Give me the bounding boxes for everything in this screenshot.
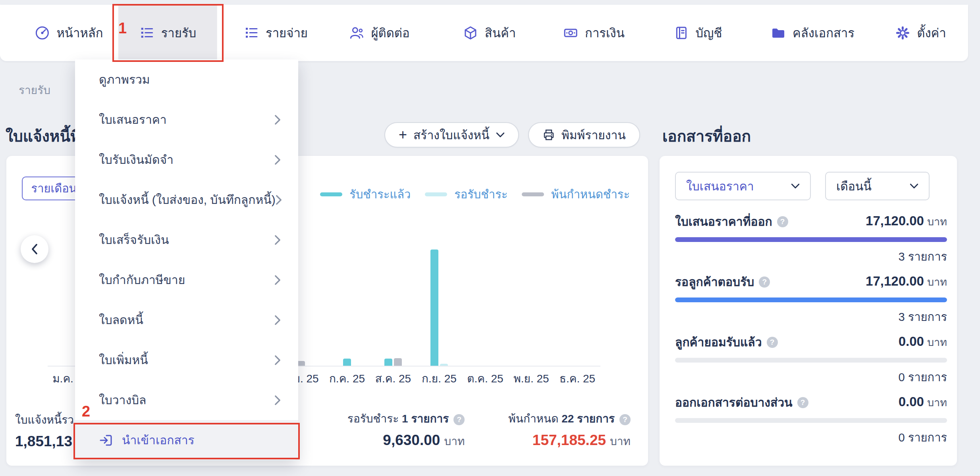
menu-item-debit-note[interactable]: ใบเพิ่มหนี้ xyxy=(75,340,298,380)
nav-item-settings[interactable]: ตั้งค่า xyxy=(895,5,946,61)
row-label: รอลูกค้าตอบรับ xyxy=(675,273,754,291)
row-count: 3 รายการ xyxy=(675,308,947,326)
printer-icon xyxy=(542,129,555,141)
row-count: 3 รายการ xyxy=(675,248,947,266)
chevron-right-icon xyxy=(274,235,281,245)
chevron-right-icon xyxy=(274,315,281,325)
chevron-right-icon xyxy=(274,155,281,165)
nav-label: รายรับ xyxy=(161,23,197,43)
documents-icon xyxy=(770,25,786,41)
help-icon[interactable]: ? xyxy=(767,337,778,348)
row-count: 0 รายการ xyxy=(675,428,947,447)
nav-item-income[interactable]: รายรับ xyxy=(118,5,217,61)
issued-documents-title: เอกสารที่ออก xyxy=(662,124,751,148)
nav-item-contacts[interactable]: ผู้ติดต่อ xyxy=(349,5,409,61)
nav-item-expense[interactable]: รายจ่าย xyxy=(243,5,308,61)
period-select[interactable]: เดือนนี้ xyxy=(825,172,930,200)
chart-legend: รับชำระแล้ว รอรับชำระ พ้นกำหนดชำระ xyxy=(320,185,630,203)
nav-label: สินค้า xyxy=(485,23,516,43)
menu-item-sales-tax-invoice[interactable]: ใบกำกับภาษีขาย xyxy=(75,260,298,300)
menu-item-label: ใบลดหนี้ xyxy=(99,311,143,329)
menu-item-invoice[interactable]: ใบแจ้งหนี้ (ใบส่งของ, บันทึกลูกหนี้) xyxy=(75,180,298,220)
row-value: 17,120.00บาท xyxy=(866,213,947,230)
menu-item-label: ดูภาพรวม xyxy=(99,70,150,89)
legend-label: รอรับชำระ xyxy=(454,185,507,203)
period-select-value: เดือนนี้ xyxy=(836,177,872,196)
issued-stats-list: ใบเสนอราคาที่ออก ? 17,120.00บาท 3 รายการ… xyxy=(675,212,947,453)
doc-type-select[interactable]: ใบเสนอราคา xyxy=(675,172,811,200)
x-tick: ก.ค. 25 xyxy=(324,370,370,387)
print-report-label: พิมพ์รายงาน xyxy=(561,126,626,144)
row-count: 0 รายการ xyxy=(675,368,947,386)
breadcrumb: รายรับ xyxy=(19,81,50,99)
x-tick: ต.ค. 25 xyxy=(462,370,508,387)
menu-item-quotation[interactable]: ใบเสนอราคา xyxy=(75,100,298,140)
chevron-down-icon xyxy=(910,183,918,189)
issued-row-partially-issued: ออกเอกสารต่อบางส่วน ? 0.00บาท 0 รายการ xyxy=(675,393,947,453)
nav-label: บัญชี xyxy=(695,23,722,43)
legend-mark-awaiting xyxy=(425,192,447,196)
legend-item-awaiting: รอรับชำระ xyxy=(425,185,507,203)
row-value: 17,120.00บาท xyxy=(866,273,947,290)
contacts-icon xyxy=(349,25,365,41)
import-icon xyxy=(99,433,113,447)
issued-row-accepted: ลูกค้ายอมรับแล้ว ? 0.00บาท 0 รายการ xyxy=(675,333,947,393)
summary-overdue-value: 157,185.25บาท xyxy=(532,432,631,450)
menu-item-overview[interactable]: ดูภาพรวม xyxy=(75,60,298,100)
dashboard-icon xyxy=(34,25,50,41)
menu-item-billing-note[interactable]: ใบวางบิล xyxy=(75,380,298,420)
nav-item-finance[interactable]: การเงิน xyxy=(563,5,625,61)
summary-overdue: พ้นกำหนด 22 รายการ? 157,185.25บาท xyxy=(508,410,631,450)
summary-total: ใบแจ้งหนี้รว 1,851,13 xyxy=(15,411,74,450)
progress-bar xyxy=(675,298,947,302)
legend-item-paid: รับชำระแล้ว xyxy=(320,185,411,203)
nav-label: ตั้งค่า xyxy=(917,23,946,43)
progress-bar xyxy=(675,418,947,423)
print-report-button[interactable]: พิมพ์รายงาน xyxy=(528,122,640,148)
chart-column xyxy=(324,359,370,366)
help-icon[interactable]: ? xyxy=(759,276,770,288)
menu-item-label: นำเข้าเอกสาร xyxy=(122,431,195,449)
chart-column xyxy=(416,250,462,366)
help-icon[interactable]: ? xyxy=(797,397,808,408)
menu-item-deposit-receipt[interactable]: ใบรับเงินมัดจำ xyxy=(75,140,298,180)
x-tick: ก.ย. 25 xyxy=(416,370,462,387)
chevron-left-icon xyxy=(30,243,39,255)
chevron-right-icon xyxy=(274,275,281,285)
chevron-right-icon xyxy=(274,395,281,405)
legend-label: พ้นกำหนดชำระ xyxy=(551,185,630,203)
accounting-icon xyxy=(673,25,689,41)
help-icon[interactable]: ? xyxy=(453,414,465,425)
progress-bar xyxy=(675,237,947,242)
issued-documents-card: ใบเสนอราคา เดือนนี้ ใบเสนอราคาที่ออก ? 1… xyxy=(660,156,957,466)
nav-item-products[interactable]: สินค้า xyxy=(463,5,516,61)
summary-awaiting: รอรับชำระ 1 รายการ? 9,630.00บาท xyxy=(347,410,465,450)
menu-item-label: ใบรับเงินมัดจำ xyxy=(99,150,174,169)
products-icon xyxy=(463,25,478,41)
menu-item-receipt[interactable]: ใบเสร็จรับเงิน xyxy=(75,220,298,260)
expense-icon xyxy=(243,25,259,41)
legend-item-overdue: พ้นกำหนดชำระ xyxy=(522,185,630,203)
nav-label: รายจ่าย xyxy=(266,23,308,43)
row-label: ลูกค้ายอมรับแล้ว xyxy=(675,333,762,351)
settings-icon xyxy=(895,25,911,41)
help-icon[interactable]: ? xyxy=(777,216,788,227)
help-icon[interactable]: ? xyxy=(619,414,631,425)
issued-row-quotes-issued: ใบเสนอราคาที่ออก ? 17,120.00บาท 3 รายการ xyxy=(675,212,947,273)
menu-item-import-documents[interactable]: นำเข้าเอกสาร xyxy=(75,420,298,460)
nav-item-documents[interactable]: คลังเอกสาร xyxy=(770,5,855,61)
income-dropdown-menu: ดูภาพรวม ใบเสนอราคา ใบรับเงินมัดจำ ใบแจ้… xyxy=(75,60,298,460)
nav-item-home[interactable]: หน้าหลัก xyxy=(34,5,103,61)
nav-item-accounting[interactable]: บัญชี xyxy=(673,5,722,61)
create-invoice-button[interactable]: + สร้างใบแจ้งหนี้ xyxy=(384,122,519,148)
chart-prev-button[interactable] xyxy=(21,235,48,263)
chevron-right-icon xyxy=(274,115,281,125)
chevron-down-icon xyxy=(791,183,800,189)
summary-total-value: 1,851,13 xyxy=(15,433,74,450)
nav-label: หน้าหลัก xyxy=(56,23,103,43)
x-tick: ธ.ค. 25 xyxy=(554,370,600,387)
menu-item-credit-note[interactable]: ใบลดหนี้ xyxy=(75,300,298,340)
row-value: 0.00บาท xyxy=(899,334,947,351)
legend-mark-paid xyxy=(320,192,342,196)
menu-item-label: ใบกำกับภาษีขาย xyxy=(99,271,185,289)
